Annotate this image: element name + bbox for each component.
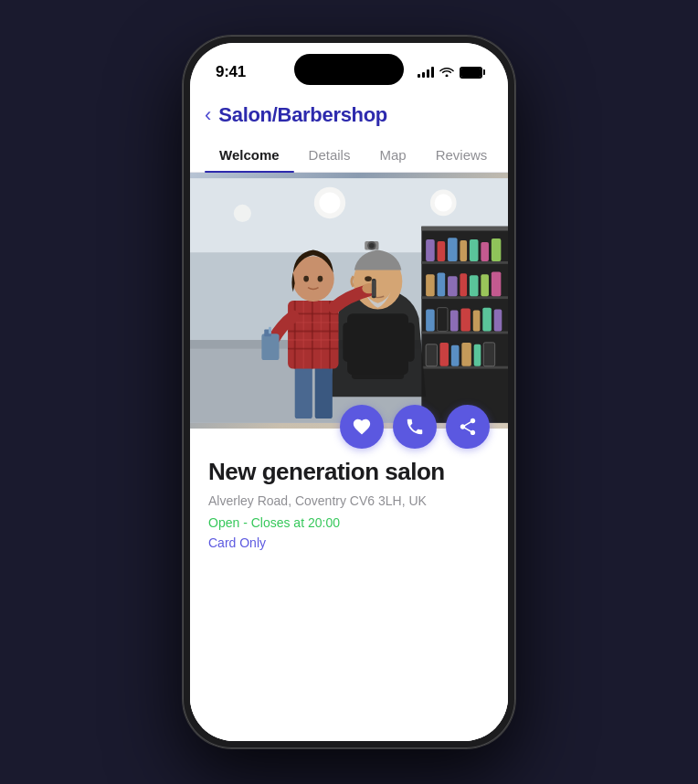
screen-content: ‹ Salon/Barbershop Welcome Details Map R… bbox=[190, 89, 508, 741]
tab-details[interactable]: Details bbox=[294, 138, 365, 172]
svg-point-3 bbox=[319, 192, 340, 213]
svg-rect-27 bbox=[470, 275, 479, 296]
svg-point-5 bbox=[435, 194, 452, 211]
svg-rect-29 bbox=[492, 271, 502, 296]
svg-rect-37 bbox=[426, 344, 437, 366]
dynamic-island bbox=[294, 54, 404, 85]
svg-rect-21 bbox=[481, 242, 489, 261]
salon-status: Open - Closes at 20:00 bbox=[208, 515, 490, 530]
svg-rect-12 bbox=[421, 261, 508, 264]
svg-rect-28 bbox=[481, 274, 489, 296]
svg-rect-17 bbox=[438, 241, 446, 261]
share-icon bbox=[458, 417, 478, 437]
svg-rect-20 bbox=[470, 239, 479, 261]
back-button[interactable]: ‹ bbox=[205, 105, 211, 125]
svg-point-72 bbox=[318, 276, 323, 282]
favorite-button[interactable] bbox=[340, 405, 384, 449]
signal-icon bbox=[418, 67, 434, 78]
svg-rect-11 bbox=[421, 227, 508, 231]
nav-header: ‹ Salon/Barbershop bbox=[190, 89, 508, 138]
tab-reviews[interactable]: Reviews bbox=[421, 138, 502, 172]
phone-screen: 9:41 bbox=[190, 43, 508, 741]
svg-rect-34 bbox=[473, 311, 481, 332]
svg-rect-14 bbox=[421, 331, 508, 334]
hero-container bbox=[190, 173, 508, 429]
svg-rect-39 bbox=[451, 345, 460, 366]
svg-rect-18 bbox=[448, 238, 458, 261]
phone-icon bbox=[405, 417, 425, 437]
svg-rect-41 bbox=[474, 344, 481, 366]
info-section: New generation salon Alverley Road, Cove… bbox=[190, 429, 508, 741]
battery-icon bbox=[460, 67, 482, 79]
share-button[interactable] bbox=[446, 405, 490, 449]
svg-point-75 bbox=[369, 243, 375, 249]
svg-rect-23 bbox=[426, 274, 435, 296]
page-title: Salon/Barbershop bbox=[218, 103, 387, 127]
status-time: 9:41 bbox=[216, 63, 246, 81]
salon-name: New generation salon bbox=[208, 458, 490, 486]
svg-rect-32 bbox=[450, 311, 459, 332]
battery-fill bbox=[461, 69, 481, 77]
svg-rect-50 bbox=[295, 362, 312, 418]
svg-rect-13 bbox=[421, 296, 508, 299]
tab-welcome[interactable]: Welcome bbox=[205, 138, 294, 172]
hero-image bbox=[190, 173, 508, 429]
svg-rect-36 bbox=[494, 310, 502, 332]
salon-address: Alverley Road, Coventry CV6 3LH, UK bbox=[208, 493, 490, 508]
payment-method: Card Only bbox=[208, 535, 490, 550]
svg-point-71 bbox=[303, 276, 309, 282]
wifi-icon bbox=[439, 66, 454, 79]
svg-rect-38 bbox=[439, 343, 449, 366]
svg-rect-26 bbox=[460, 273, 467, 296]
call-button[interactable] bbox=[393, 405, 437, 449]
svg-point-6 bbox=[234, 205, 251, 222]
svg-rect-22 bbox=[492, 238, 502, 261]
svg-point-49 bbox=[365, 276, 372, 281]
tab-bar: Welcome Details Map Reviews bbox=[190, 138, 508, 173]
svg-rect-24 bbox=[438, 272, 446, 296]
svg-rect-33 bbox=[460, 309, 471, 332]
phone-frame: 9:41 bbox=[183, 36, 515, 748]
heart-icon bbox=[352, 417, 372, 437]
svg-rect-30 bbox=[426, 310, 435, 332]
svg-rect-25 bbox=[448, 276, 458, 296]
svg-rect-42 bbox=[483, 343, 494, 366]
svg-rect-35 bbox=[482, 308, 492, 332]
status-icons bbox=[418, 66, 482, 79]
salon-scene bbox=[190, 173, 508, 429]
svg-rect-19 bbox=[460, 240, 467, 261]
svg-rect-69 bbox=[269, 327, 271, 334]
svg-rect-40 bbox=[461, 343, 471, 366]
action-buttons bbox=[340, 405, 490, 449]
svg-rect-16 bbox=[426, 239, 435, 261]
back-chevron-icon: ‹ bbox=[205, 105, 211, 125]
svg-rect-67 bbox=[261, 334, 279, 360]
svg-rect-51 bbox=[315, 362, 333, 418]
tab-map[interactable]: Map bbox=[365, 138, 420, 172]
status-bar: 9:41 bbox=[190, 43, 508, 89]
svg-rect-31 bbox=[438, 308, 448, 332]
